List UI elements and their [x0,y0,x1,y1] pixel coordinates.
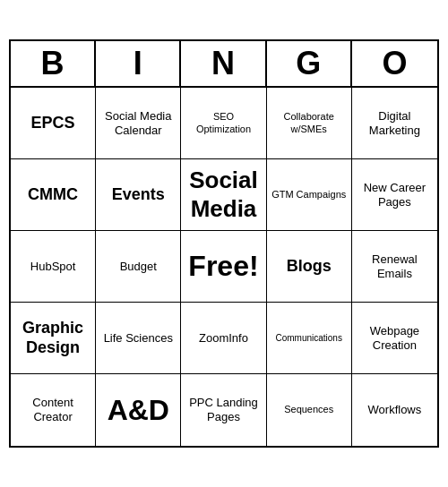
bingo-cell: Communications [267,303,352,374]
bingo-header: BINGO [11,41,437,88]
bingo-cell: HubSpot [11,231,96,303]
bingo-header-letter: I [96,41,181,86]
bingo-card: BINGO EPCSSocial Media CalendarSEO Optim… [9,39,439,448]
bingo-cell: PPC Landing Pages [181,374,266,446]
bingo-cell: Social Media [181,159,266,231]
bingo-header-letter: G [267,41,352,86]
bingo-cell: EPCS [11,88,96,159]
bingo-header-letter: O [352,41,437,86]
bingo-cell: Free! [181,231,266,303]
bingo-cell: Collaborate w/SMEs [267,88,352,159]
bingo-cell: Webpage Creation [352,303,437,374]
bingo-cell: ZoomInfo [181,303,266,374]
bingo-cell: Sequences [267,374,352,446]
bingo-cell: GTM Campaigns [267,159,352,231]
bingo-grid: EPCSSocial Media CalendarSEO Optimizatio… [11,88,437,446]
bingo-cell: Events [96,159,181,231]
bingo-header-letter: B [11,41,96,86]
bingo-cell: Workflows [352,374,437,446]
bingo-cell: Renewal Emails [352,231,437,303]
bingo-cell: Budget [96,231,181,303]
bingo-cell: SEO Optimization [181,88,266,159]
bingo-cell: Graphic Design [11,303,96,374]
bingo-cell: New Career Pages [352,159,437,231]
bingo-cell: Blogs [267,231,352,303]
bingo-cell: CMMC [11,159,96,231]
bingo-cell: Social Media Calendar [96,88,181,159]
bingo-cell: Life Sciences [96,303,181,374]
bingo-cell: A&D [96,374,181,446]
bingo-header-letter: N [181,41,266,86]
bingo-cell: Content Creator [11,374,96,446]
bingo-cell: Digital Marketing [352,88,437,159]
